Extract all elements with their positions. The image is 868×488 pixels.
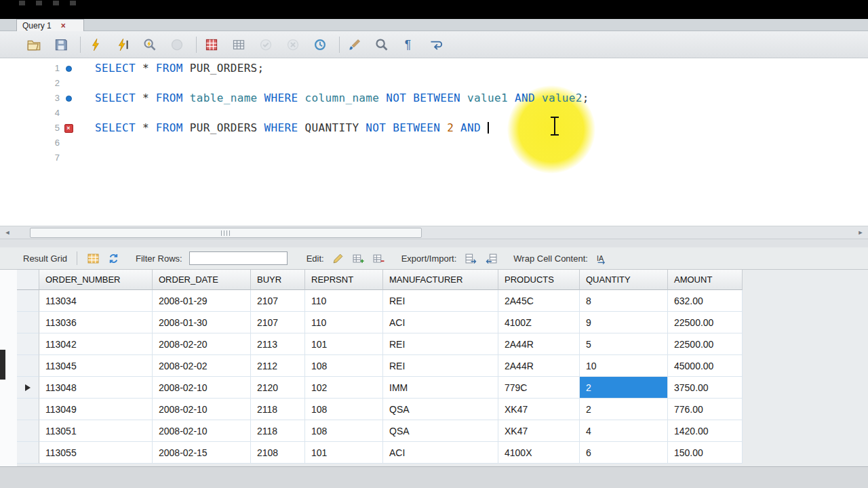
table-cell[interactable]: REI [383, 290, 498, 312]
code-line[interactable]: 7 [0, 150, 868, 165]
wrap-cell-icon[interactable]: IA [595, 251, 610, 266]
table-cell[interactable]: 2112 [251, 355, 305, 377]
column-header[interactable]: MANUFACTURER [383, 270, 498, 290]
table-cell[interactable]: 2A44R [498, 355, 580, 377]
table-cell[interactable]: 113051 [39, 420, 153, 442]
table-cell[interactable]: 5 [580, 333, 668, 355]
table-cell[interactable]: 2113 [251, 333, 305, 355]
tab-query-1[interactable]: Query 1 × [16, 19, 84, 31]
save-icon[interactable] [53, 37, 69, 53]
row-gutter[interactable] [17, 420, 39, 442]
table-cell[interactable]: 113042 [39, 333, 153, 355]
table-cell[interactable]: 2108 [251, 442, 305, 464]
code-line[interactable]: 2 [0, 76, 868, 91]
code-line[interactable]: 6 [0, 136, 868, 150]
scroll-left-icon[interactable]: ◄ [1, 228, 14, 238]
window-menu-icon[interactable] [19, 1, 25, 5]
row-gutter[interactable] [17, 312, 39, 333]
delete-row-icon[interactable] [372, 251, 387, 266]
table-cell[interactable]: 22500.00 [668, 312, 743, 333]
table-cell[interactable]: 113045 [39, 355, 153, 377]
table-cell[interactable]: 2A44R [498, 333, 580, 355]
row-gutter[interactable] [17, 377, 39, 399]
table-cell[interactable]: 10 [580, 355, 668, 377]
row-gutter[interactable] [17, 442, 39, 464]
insert-row-icon[interactable] [351, 251, 366, 266]
tab-close-icon[interactable]: × [61, 21, 66, 30]
table-cell[interactable]: XK47 [498, 420, 580, 442]
table-cell[interactable]: 22500.00 [668, 333, 743, 355]
table-cell[interactable]: 2008-02-10 [153, 377, 251, 399]
column-header[interactable]: AMOUNT [668, 270, 743, 290]
execute-icon[interactable] [87, 37, 104, 53]
table-cell[interactable]: 4100Z [498, 312, 580, 333]
table-row[interactable]: 1130482008-02-102120102IMM779C23750.00 [17, 377, 743, 399]
table-cell[interactable]: 108 [305, 420, 383, 442]
edit-pencil-icon[interactable] [331, 251, 346, 266]
table-cell[interactable]: 113036 [39, 312, 153, 333]
table-row[interactable]: 1130512008-02-102118108QSAXK4741420.00 [17, 420, 743, 442]
table-cell[interactable]: QSA [383, 420, 498, 442]
row-gutter[interactable] [17, 355, 39, 377]
table-cell[interactable]: 2118 [251, 420, 305, 442]
autocommit-icon[interactable] [312, 37, 328, 53]
table-cell[interactable]: 2107 [251, 290, 305, 312]
result-grid-icon[interactable] [85, 251, 100, 266]
table-row[interactable]: 1130552008-02-152108101ACI4100X6150.00 [17, 442, 743, 464]
table-cell[interactable]: 632.00 [668, 290, 743, 312]
limit-rows-icon[interactable] [231, 37, 247, 53]
table-cell[interactable]: 110 [305, 290, 383, 312]
row-gutter[interactable] [17, 290, 39, 312]
column-header[interactable]: QUANTITY [580, 270, 668, 290]
table-row[interactable]: 1130492008-02-102118108QSAXK472776.00 [17, 399, 743, 420]
scroll-right-icon[interactable]: ► [854, 228, 867, 238]
code-line[interactable]: 1SELECT * FROM PUR_ORDERS; [0, 61, 868, 76]
filter-rows-input[interactable] [189, 251, 288, 265]
table-cell[interactable]: XK47 [498, 399, 580, 420]
table-cell[interactable]: IMM [383, 377, 498, 399]
code-line[interactable]: 4 [0, 106, 868, 121]
column-header[interactable]: ORDER_NUMBER [39, 270, 153, 290]
table-cell[interactable]: 4100X [498, 442, 580, 464]
row-gutter[interactable] [17, 333, 39, 355]
code-line[interactable]: 5×SELECT * FROM PUR_ORDERS WHERE QUANTIT… [0, 121, 868, 136]
table-cell[interactable]: 2 [580, 377, 668, 399]
table-cell[interactable]: 2008-02-10 [153, 420, 251, 442]
table-cell[interactable]: 110 [305, 312, 383, 333]
column-header[interactable]: ORDER_DATE [153, 270, 251, 290]
open-file-icon[interactable] [26, 37, 42, 53]
row-gutter[interactable] [17, 399, 39, 420]
table-cell[interactable]: 2118 [251, 399, 305, 420]
export-icon[interactable] [463, 251, 478, 266]
table-cell[interactable]: 2008-01-29 [153, 290, 251, 312]
table-cell[interactable]: 2A45C [498, 290, 580, 312]
explain-icon[interactable] [142, 37, 158, 53]
table-cell[interactable]: 6 [580, 442, 668, 464]
table-row[interactable]: 1130362008-01-302107110ACI4100Z922500.00 [17, 312, 743, 333]
table-row[interactable]: 1130422008-02-202113101REI2A44R522500.00 [17, 333, 743, 355]
table-cell[interactable]: 2008-02-02 [153, 355, 251, 377]
code-line[interactable]: 3SELECT * FROM table_name WHERE column_n… [0, 91, 868, 106]
wrap-text-icon[interactable] [428, 37, 444, 53]
table-cell[interactable]: 9 [580, 312, 668, 333]
table-cell[interactable]: 2107 [251, 312, 305, 333]
table-cell[interactable]: 1420.00 [668, 420, 743, 442]
invisibles-icon[interactable]: ¶ [401, 37, 417, 53]
table-cell[interactable]: 113055 [39, 442, 153, 464]
table-cell[interactable]: 8 [580, 290, 668, 312]
table-cell[interactable]: 113048 [39, 377, 153, 399]
table-cell[interactable]: 102 [305, 377, 383, 399]
table-cell[interactable]: 2 [580, 399, 668, 420]
table-row[interactable]: 1130452008-02-022112108REI2A44R1045000.0… [17, 355, 743, 377]
toggle-stop-on-error-icon[interactable] [203, 37, 220, 53]
table-cell[interactable]: REI [383, 355, 498, 377]
table-cell[interactable]: 2008-02-10 [153, 399, 251, 420]
table-cell[interactable]: 779C [498, 377, 580, 399]
window-menu-icon[interactable] [36, 1, 42, 5]
pane-splitter[interactable] [0, 239, 868, 247]
beautify-icon[interactable] [347, 37, 363, 53]
table-cell[interactable]: 2008-02-15 [153, 442, 251, 464]
table-cell[interactable]: 113034 [39, 290, 153, 312]
editor-hscrollbar[interactable]: ◄ ► [0, 226, 868, 239]
table-cell[interactable]: 150.00 [668, 442, 743, 464]
